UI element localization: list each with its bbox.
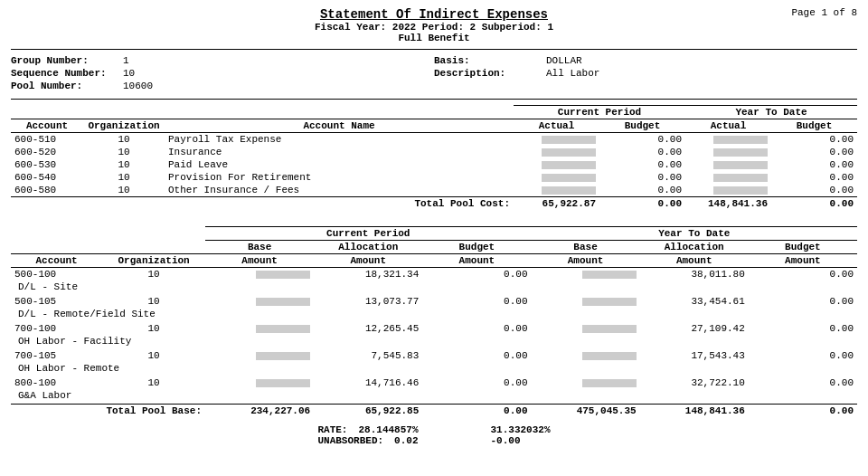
table2-row-main: 500-100 10 18,321.34 0.00 38,011.80 0.00	[11, 268, 857, 281]
t1-org: 10	[83, 184, 165, 197]
table2-row-sub: D/L - Remote/Field Site	[11, 308, 857, 322]
t2-org: 10	[102, 349, 205, 362]
page-number: Page 1 of 8	[791, 7, 857, 18]
t1-cp-budget: 0.00	[599, 158, 685, 171]
group-number-value: 1	[123, 55, 129, 66]
unabsorbed-ytd-value: -0.00	[491, 435, 521, 446]
t1-account: 600-540	[11, 171, 83, 184]
total-pool-cost-label: Total Pool Cost:	[165, 197, 514, 211]
t1-ytd-budget: 0.00	[771, 146, 857, 158]
t1-ytd-actual	[685, 158, 771, 171]
t2-org: 10	[102, 295, 205, 308]
t1-org: 10	[83, 171, 165, 184]
t2-cp-budget: 0.00	[422, 295, 531, 308]
table1-row: 600-510 10 Payroll Tax Expense 0.00 0.00	[11, 133, 857, 147]
rate-cp-value: 28.144857%	[358, 424, 418, 435]
t2-total-cp-budget: 0.00	[422, 405, 531, 418]
t1-cp-budget: 0.00	[599, 171, 685, 184]
t2-ytd-alloc: 17,543.43	[640, 349, 749, 362]
t2-sub-label: G&A Labor	[11, 389, 857, 405]
t2-current-period-header: Current Period	[205, 227, 531, 241]
t2-account: 800-100	[11, 376, 102, 389]
col-org-header: Organization	[83, 119, 165, 133]
rate-section: RATE: 28.144857% UNABSORBED: 0.02 31.332…	[11, 424, 857, 446]
table1-col-header-row: Account Organization Account Name Actual…	[11, 119, 857, 133]
t2-alloc: 14,716.46	[314, 376, 422, 389]
basis-label: Basis:	[434, 55, 542, 66]
t1-ytd-actual	[685, 146, 771, 158]
table1-row: 600-530 10 Paid Leave 0.00 0.00	[11, 158, 857, 171]
table2-row-main: 700-105 10 7,545.83 0.00 17,543.43 0.00	[11, 349, 857, 362]
unabsorbed-label-left: UNABSORBED:	[317, 435, 383, 446]
t1-org: 10	[83, 158, 165, 171]
t2-cp-budget: 0.00	[422, 349, 531, 362]
col-name-header: Account Name	[165, 119, 514, 133]
t2-total-alloc: 65,922.85	[314, 405, 422, 418]
unabsorbed-cp-value: 0.02	[394, 435, 418, 446]
t2-org-header: Organization	[102, 254, 205, 268]
t2-ytd-base-header1: Base	[531, 241, 639, 254]
table2-row-sub: D/L - Site	[11, 281, 857, 295]
t1-account: 600-580	[11, 184, 83, 197]
fiscal-line: Fiscal Year: 2022 Period: 2 Subperiod: 1	[11, 22, 857, 33]
t1-cp-actual	[514, 158, 599, 171]
t2-budget-header1: Budget	[422, 241, 531, 254]
t1-ytd-actual	[685, 171, 771, 184]
t1-cp-actual	[514, 146, 599, 158]
page-header: Statement Of Indirect Expenses Fiscal Ye…	[11, 7, 857, 43]
t2-ytd-alloc-header1: Allocation	[640, 241, 749, 254]
t2-ytd-alloc: 38,011.80	[640, 268, 749, 281]
rate-block-right: 31.332032% -0.00	[491, 424, 551, 446]
table2-row-sub: OH Labor - Facility	[11, 335, 857, 349]
table2-section-header-row: Current Period Year To Date	[11, 227, 857, 241]
sequence-number-value: 10	[123, 68, 135, 79]
t2-total-ytd-alloc: 148,841.36	[640, 405, 749, 418]
t2-ytd-base	[531, 376, 639, 389]
col-ytd-actual-header: Actual	[685, 119, 771, 133]
t2-ytd-base-amount-header: Amount	[531, 254, 639, 268]
t1-ytd-budget: 0.00	[771, 158, 857, 171]
t1-org: 10	[83, 133, 165, 147]
col-cp-actual-header: Actual	[514, 119, 599, 133]
t2-ytd-base	[531, 268, 639, 281]
t1-name: Payroll Tax Expense	[165, 133, 514, 147]
t2-ytd-alloc: 32,722.10	[640, 376, 749, 389]
t2-org: 10	[102, 268, 205, 281]
description-value: All Labor	[546, 68, 599, 79]
t2-ytd-alloc: 33,454.61	[640, 295, 749, 308]
t2-sub-label: OH Labor - Facility	[11, 335, 857, 349]
t2-cp-budget: 0.00	[422, 268, 531, 281]
benefit-line: Full Benefit	[11, 33, 857, 43]
col-ytd-budget-header: Budget	[771, 119, 857, 133]
current-period-header: Current Period	[514, 106, 685, 119]
t2-ytd-budget-header1: Budget	[749, 241, 857, 254]
t1-cp-actual	[514, 171, 599, 184]
table1-section-header-row: Current Period Year To Date	[11, 106, 857, 119]
pool-number-value: 10600	[123, 81, 153, 91]
t1-account: 600-520	[11, 146, 83, 158]
t1-ytd-actual	[685, 184, 771, 197]
t2-account: 500-105	[11, 295, 102, 308]
group-number-label: Group Number:	[11, 55, 119, 66]
t2-base-header1: Base	[205, 241, 314, 254]
t1-cp-budget: 0.00	[599, 184, 685, 197]
t1-cp-budget: 0.00	[599, 133, 685, 147]
page-title: Statement Of Indirect Expenses	[11, 7, 857, 22]
t2-account: 700-105	[11, 349, 102, 362]
t2-ytd-alloc-amount-header: Amount	[640, 254, 749, 268]
t2-ytd-budget-amount-header: Amount	[749, 254, 857, 268]
t1-name: Other Insurance / Fees	[165, 184, 514, 197]
rate-block-left: RATE: 28.144857% UNABSORBED: 0.02	[317, 424, 418, 446]
table2-row-sub: OH Labor - Remote	[11, 362, 857, 376]
table2-row-main: 800-100 10 14,716.46 0.00 32,722.10 0.00	[11, 376, 857, 389]
table2-row-main: 700-100 10 12,265.45 0.00 27,109.42 0.00	[11, 322, 857, 335]
t1-cp-budget: 0.00	[599, 146, 685, 158]
total-cp-budget: 0.00	[599, 197, 685, 211]
t1-ytd-budget: 0.00	[771, 171, 857, 184]
total-cp-actual: 65,922.87	[514, 197, 599, 211]
allocation-table: Current Period Year To Date Base Allocat…	[11, 226, 857, 417]
t2-ytd-budget: 0.00	[749, 295, 857, 308]
t1-ytd-budget: 0.00	[771, 133, 857, 147]
t2-base	[205, 376, 314, 389]
basis-value: DOLLAR	[546, 55, 582, 66]
